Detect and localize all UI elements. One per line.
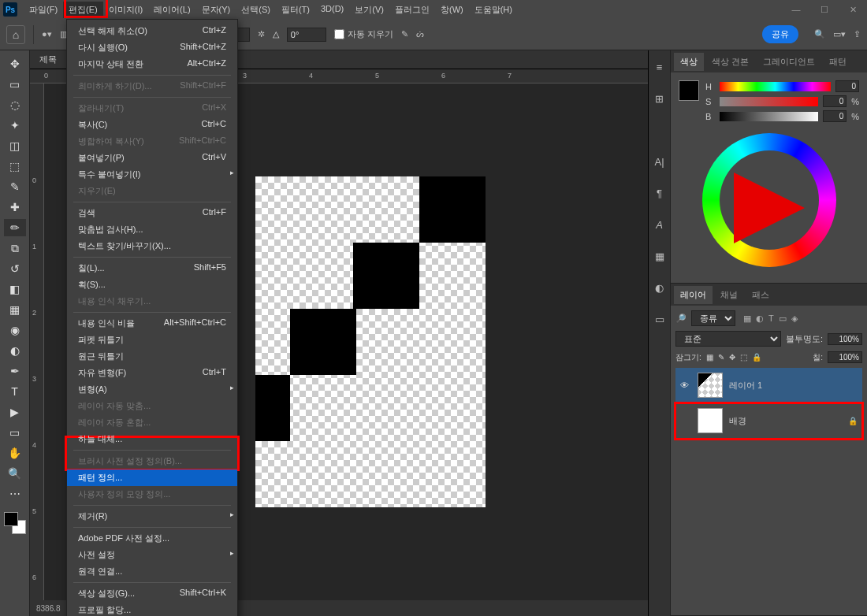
menu-item[interactable]: 제거(R) <box>67 508 237 525</box>
menu-item[interactable]: 하늘 대체... <box>67 431 237 447</box>
paragraph-icon[interactable]: ¶ <box>651 184 668 202</box>
share-button[interactable]: 공유 <box>762 25 798 43</box>
menu-item[interactable]: 프로필 할당... <box>67 602 237 616</box>
menu-item[interactable]: 텍스트 찾기/바꾸기(X)... <box>67 238 237 254</box>
menu-item[interactable]: 선택 해제 취소(O)Ctrl+Z <box>67 23 237 39</box>
menu-item[interactable]: 맞춤법 검사(H)... <box>67 221 237 238</box>
export-icon[interactable]: ⇪ <box>854 29 861 39</box>
menu-item[interactable]: 특수 붙여넣기(I) <box>67 166 237 183</box>
menu-item[interactable]: 변형(A) <box>67 381 237 398</box>
lock-all-icon[interactable]: 🔒 <box>752 353 761 362</box>
menu-item[interactable]: 마지막 상태 전환Alt+Ctrl+Z <box>67 56 237 72</box>
menu-item[interactable]: 원근 뒤틀기 <box>67 348 237 365</box>
tool-more[interactable]: ⋯ <box>4 485 26 503</box>
swatches-icon[interactable]: ▦ <box>651 247 668 265</box>
menu-item[interactable]: Adobe PDF 사전 설정... <box>67 530 237 547</box>
tool-shape[interactable]: ▭ <box>4 424 26 441</box>
menu-item[interactable]: 자유 변형(F)Ctrl+T <box>67 365 237 381</box>
menu-레이어[interactable]: 레이어(L) <box>148 2 195 18</box>
hue-slider[interactable] <box>720 82 831 91</box>
tool-eyedropper[interactable]: ✎ <box>4 178 26 195</box>
menu-item[interactable]: 원격 연결... <box>67 563 237 580</box>
menu-item[interactable]: 패턴 정의... <box>67 469 237 486</box>
hue-input[interactable] <box>835 80 859 92</box>
tool-wand[interactable]: ✦ <box>4 117 26 134</box>
home-icon[interactable]: ⌂ <box>6 25 25 44</box>
filter-shape-icon[interactable]: ▭ <box>779 314 787 324</box>
menu-파일[interactable]: 파일(F) <box>24 2 63 18</box>
menu-item[interactable]: 퍼펫 뒤틀기 <box>67 332 237 348</box>
filter-type-icon[interactable]: T <box>768 314 774 324</box>
menu-도움말[interactable]: 도움말(H) <box>469 2 518 18</box>
close-button[interactable]: ✕ <box>839 0 867 19</box>
menu-item[interactable]: 붙여넣기(P)Ctrl+V <box>67 150 237 166</box>
menu-item[interactable]: 검색Ctrl+F <box>67 205 237 221</box>
layer-row[interactable]: 배경🔒 <box>675 403 862 439</box>
menu-item[interactable]: 칠(L)...Shift+F5 <box>67 260 237 276</box>
sat-slider[interactable] <box>720 97 818 106</box>
lock-transparent-icon[interactable]: ▦ <box>706 353 713 362</box>
lock-paint-icon[interactable]: ✎ <box>718 353 724 362</box>
auto-erase-checkbox[interactable] <box>334 29 344 39</box>
tool-marquee[interactable]: ▭ <box>4 76 26 93</box>
panel-tab[interactable]: 색상 <box>674 53 704 71</box>
color-wheel[interactable] <box>702 133 836 267</box>
filter-pixel-icon[interactable]: ▦ <box>743 314 751 324</box>
tool-pencil[interactable]: ✏ <box>4 219 26 236</box>
adjustments-icon[interactable]: ◐ <box>651 279 668 296</box>
maximize-button[interactable]: ☐ <box>810 0 839 19</box>
menu-item[interactable]: 색상 설정(G)...Shift+Ctrl+K <box>67 585 237 602</box>
minimize-button[interactable]: — <box>782 0 810 19</box>
layer-row[interactable]: 👁레이어 1 <box>675 368 862 403</box>
menu-item[interactable]: 내용 인식 비율Alt+Shift+Ctrl+C <box>67 315 237 332</box>
tool-frame[interactable]: ⬚ <box>4 158 26 175</box>
menu-item[interactable]: 다시 실행(O)Shift+Ctrl+Z <box>67 39 237 56</box>
character-icon[interactable]: A| <box>651 153 668 170</box>
tool-eraser[interactable]: ◧ <box>4 280 26 298</box>
tool-path-select[interactable]: ▶ <box>4 403 26 421</box>
tool-stamp[interactable]: ⧉ <box>4 239 26 257</box>
layer-opacity-input[interactable] <box>828 333 862 345</box>
fg-color[interactable] <box>4 512 18 526</box>
tool-lasso[interactable]: ◌ <box>4 96 26 113</box>
visibility-icon[interactable]: 👁 <box>680 380 691 390</box>
panel-tab[interactable]: 패스 <box>746 286 776 304</box>
tool-crop[interactable]: ◫ <box>4 137 26 154</box>
panel-tab[interactable]: 그레이디언트 <box>757 53 821 71</box>
workspace-icon[interactable]: ▭▾ <box>833 29 846 39</box>
tool-heal[interactable]: ✚ <box>4 199 26 216</box>
filter-kind-select[interactable]: 종류 <box>691 310 735 326</box>
symmetry-icon[interactable]: ᔖ <box>416 29 424 39</box>
blend-mode-select[interactable]: 표준 <box>675 331 781 347</box>
filter-smart-icon[interactable]: ◈ <box>791 314 798 324</box>
tool-blur[interactable]: ◉ <box>4 321 26 339</box>
collapsed-icon[interactable]: ⊞ <box>651 90 668 107</box>
menu-창[interactable]: 창(W) <box>435 2 469 18</box>
current-color-swatch[interactable] <box>679 80 699 101</box>
menu-선택[interactable]: 선택(S) <box>236 2 276 18</box>
glyphs-icon[interactable]: A <box>651 216 668 233</box>
menu-3D[interactable]: 3D(D) <box>315 2 349 18</box>
tool-dodge[interactable]: ◐ <box>4 342 26 359</box>
menu-편집[interactable]: 편집(E) <box>63 2 103 18</box>
lock-position-icon[interactable]: ✥ <box>729 353 735 362</box>
tool-gradient[interactable]: ▦ <box>4 301 26 318</box>
search-icon[interactable]: 🔍 <box>814 29 825 39</box>
angle-input[interactable] <box>287 28 326 42</box>
bri-input[interactable] <box>823 110 847 122</box>
tool-type[interactable]: T <box>4 383 26 400</box>
menu-필터[interactable]: 필터(T) <box>276 2 315 18</box>
panel-tab[interactable]: 레이어 <box>674 286 713 304</box>
lock-artboard-icon[interactable]: ⬚ <box>740 353 747 362</box>
airbrush-icon[interactable]: ✲ <box>258 29 265 39</box>
panel-tab[interactable]: 채널 <box>714 286 744 304</box>
brush-preset-icon[interactable]: ●▾ <box>42 29 52 39</box>
menu-item[interactable]: 사전 설정 <box>67 547 237 563</box>
fill-input[interactable] <box>828 351 862 363</box>
menu-플러그인[interactable]: 플러그인 <box>389 2 435 18</box>
color-swatches[interactable] <box>4 512 26 534</box>
menu-item[interactable]: 복사(C)Ctrl+C <box>67 117 237 133</box>
collapsed-icon[interactable]: ≡ <box>651 58 668 76</box>
tool-pen[interactable]: ✒ <box>4 362 26 380</box>
tool-hand[interactable]: ✋ <box>4 444 26 462</box>
